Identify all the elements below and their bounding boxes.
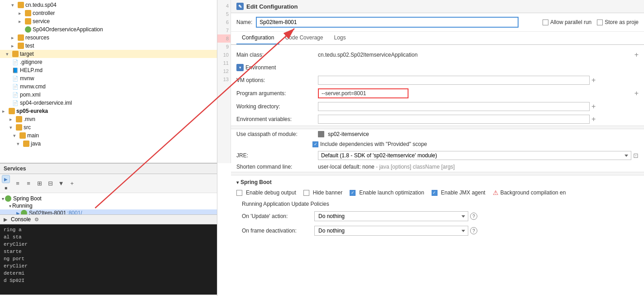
tab-code-coverage[interactable]: Code Coverage: [279, 32, 328, 44]
env-toggle[interactable]: ▾ Environment: [236, 62, 639, 73]
config-tabs: Configuration Code Coverage Logs: [231, 32, 644, 45]
tree-item-sp05[interactable]: ▸ sp05-eureka: [0, 107, 217, 115]
service-group-label: Spring Boot: [13, 195, 42, 202]
tree-item-gitignore[interactable]: ▸ 📄 .gitignore: [0, 58, 217, 66]
tree-label-help: HELP.md: [20, 67, 43, 73]
tree-label-sp04: cn.tedu.sp04: [25, 2, 57, 8]
hide-banner-checkbox[interactable]: [303, 190, 309, 196]
file-icon: 📄: [12, 76, 19, 82]
tree-label-gitignore: .gitignore: [20, 59, 42, 65]
env-vars-add-icon[interactable]: +: [591, 116, 596, 123]
main-class-value: cn.tedu.sp02.Sp02ItemserviceApplication: [318, 52, 633, 58]
tree-item-mvnw-cmd[interactable]: ▸ 📄 mvnw.cmd: [0, 82, 217, 91]
bg-compilation-item[interactable]: ⚠ Background compilation en: [493, 189, 566, 196]
toolbar-btn-add[interactable]: +: [67, 179, 77, 189]
tree-label-sp04app: Sp04OrderserviceApplication: [33, 26, 103, 33]
service-group-spring-boot[interactable]: ▾ Spring Boot: [0, 195, 217, 202]
toolbar-btn-filter[interactable]: ⊟: [45, 179, 55, 189]
program-args-input[interactable]: [318, 88, 409, 98]
tree-item-controller[interactable]: ▸ controller: [0, 9, 217, 17]
tree-item-mvn[interactable]: ▸ .mvn: [0, 115, 217, 123]
tree-label-mvnw-cmd: mvnw.cmd: [20, 83, 46, 90]
store-as-project-checkbox-item[interactable]: Store as proje: [597, 19, 639, 25]
tree-item-pom[interactable]: ▸ 📄 pom.xml: [0, 91, 217, 99]
on-update-select[interactable]: Do nothing: [314, 211, 468, 221]
enable-debug-label: Enable debug output: [246, 189, 296, 196]
enable-launch-checkbox[interactable]: [350, 190, 356, 196]
vm-options-input[interactable]: [318, 76, 590, 85]
vm-options-add-icon[interactable]: +: [591, 77, 596, 84]
tree-item-resources[interactable]: ▸ resources: [0, 34, 217, 42]
config-name-input[interactable]: [256, 17, 519, 28]
tree-item-java[interactable]: ▾ java: [0, 140, 217, 148]
tree-item-mvnw[interactable]: ▸ 📄 mvnw: [0, 74, 217, 82]
console-line-2: al sta: [4, 233, 213, 241]
folder-icon: [9, 108, 15, 114]
tree-item-sp04[interactable]: ▾ cn.tedu.sp04: [0, 1, 217, 9]
main-class-add-icon[interactable]: +: [634, 51, 639, 58]
tree-item-main[interactable]: ▾ main: [0, 131, 217, 140]
enable-debug-checkbox[interactable]: [236, 190, 242, 196]
program-args-row: Program arguments: +: [231, 87, 644, 100]
service-subgroup-running[interactable]: ▾ Running: [0, 202, 217, 209]
spacer-icon: ▸: [16, 26, 24, 33]
service-item-sp02[interactable]: ▶ Sp02Item-8001 :8001/: [0, 209, 217, 214]
tree-item-service[interactable]: ▸ service: [0, 17, 217, 25]
folder-closed-icon: ▸: [16, 10, 24, 17]
tree-item-help[interactable]: ▸ 📘 HELP.md: [0, 66, 217, 74]
tree-label-mvn: .mvn: [24, 116, 35, 122]
classpath-row: Use classpath of module: sp02-itemservic…: [231, 129, 644, 139]
allow-parallel-checkbox-item[interactable]: Allow parallel run: [543, 19, 591, 25]
spring-boot-header[interactable]: ▾ Spring Boot: [236, 177, 639, 187]
store-as-project-checkbox[interactable]: [597, 19, 603, 25]
env-toggle-label: Environment: [245, 64, 276, 71]
jre-expand-icon[interactable]: ⊡: [633, 152, 639, 159]
main-class-row: Main class: cn.tedu.sp02.Sp02Itemservice…: [231, 49, 644, 61]
env-vars-input[interactable]: [318, 115, 590, 124]
tree-item-iml[interactable]: ▸ 📄 sp04-orderservice.iml: [0, 99, 217, 107]
hide-banner-item[interactable]: Hide banner: [303, 189, 342, 196]
services-icon-2[interactable]: ■: [2, 184, 10, 192]
hide-banner-label: Hide banner: [313, 189, 342, 196]
tree-item-test[interactable]: ▸ test: [0, 42, 217, 50]
jre-row: JRE: Default (1.8 - SDK of 'sp02-itemser…: [231, 149, 644, 162]
tree-item-target[interactable]: ▾ target: [0, 50, 217, 58]
shorten-main-text: user-local default: none: [318, 164, 375, 170]
jre-label: JRE:: [236, 152, 318, 159]
tab-configuration[interactable]: Configuration: [236, 32, 279, 44]
spacer-icon: ▸: [4, 99, 11, 107]
toolbar-btn-group[interactable]: ⊞: [34, 179, 44, 189]
toolbar-btn-collapse[interactable]: ≡: [13, 179, 23, 189]
tree-item-sp04-app[interactable]: ▸ Sp04OrderserviceApplication: [0, 25, 217, 34]
working-dir-input[interactable]: [318, 102, 590, 111]
on-update-help-icon[interactable]: ?: [470, 213, 477, 220]
enable-jmx-checkbox[interactable]: [432, 190, 437, 196]
on-frame-help-icon[interactable]: ?: [470, 227, 477, 234]
include-deps-checkbox[interactable]: [312, 141, 318, 147]
working-dir-add-icon[interactable]: +: [591, 103, 596, 110]
enable-launch-label: Enable launch optimization: [359, 189, 424, 196]
tab-logs[interactable]: Logs: [328, 32, 351, 44]
folder-closed-icon: ▸: [7, 116, 14, 123]
spacer-icon: ▸: [4, 67, 11, 74]
jre-select[interactable]: Default (1.8 - SDK of 'sp02-itemservice'…: [318, 151, 631, 160]
line-num-11: 11: [217, 59, 231, 67]
folder-open-icon: ▾: [7, 124, 14, 131]
on-frame-row: On frame deactivation: Do nothing ?: [242, 224, 633, 237]
on-frame-select[interactable]: Do nothing: [314, 226, 468, 236]
subgroup-arrow-icon: ▾: [9, 204, 11, 209]
allow-parallel-checkbox[interactable]: [543, 19, 548, 25]
tree-item-src[interactable]: ▾ src: [0, 123, 217, 131]
enable-debug-item[interactable]: Enable debug output: [236, 189, 296, 196]
divider-2: [231, 172, 644, 175]
console-settings-icon[interactable]: ⚙: [34, 217, 39, 223]
toolbar-btn-settings[interactable]: ▼: [56, 179, 66, 189]
console-line-6: eryClier: [4, 262, 213, 270]
enable-launch-item[interactable]: Enable launch optimization: [350, 189, 424, 196]
program-args-label: Program arguments:: [236, 90, 318, 97]
enable-jmx-item[interactable]: Enable JMX agent: [432, 189, 485, 196]
classpath-label: Use classpath of module:: [236, 131, 318, 137]
toolbar-btn-expand[interactable]: ≡: [24, 179, 34, 189]
program-args-add-icon[interactable]: +: [634, 90, 639, 97]
services-icon-1[interactable]: ▶: [2, 175, 10, 183]
